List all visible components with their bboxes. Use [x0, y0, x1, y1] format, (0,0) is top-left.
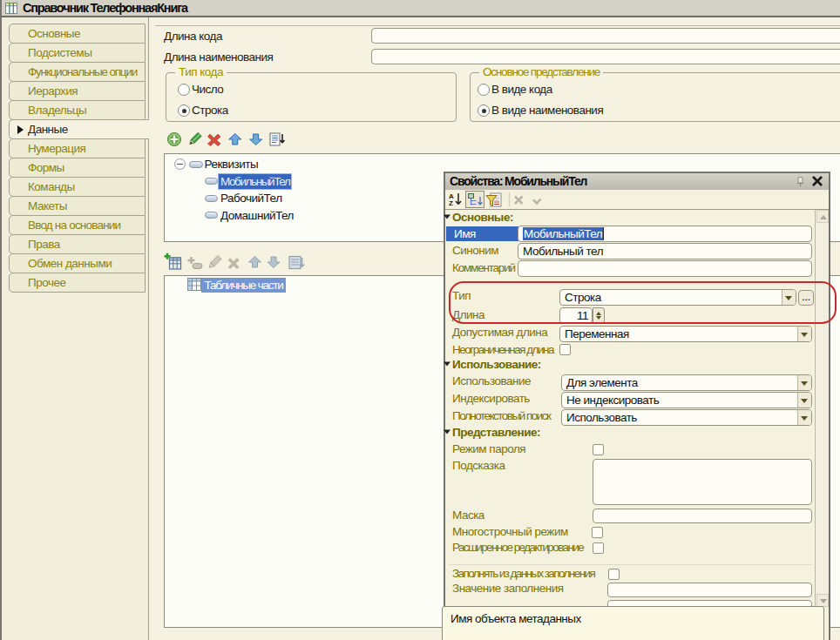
svg-text:Z: Z	[449, 199, 453, 207]
